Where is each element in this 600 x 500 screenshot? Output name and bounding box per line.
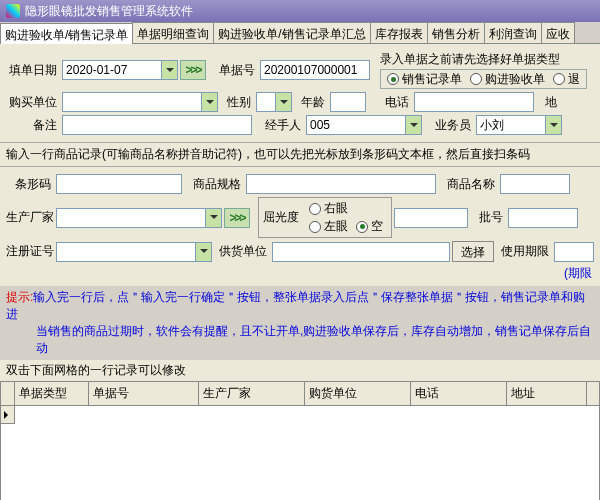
current-row-marker [1, 406, 15, 424]
chevron-down-icon[interactable] [276, 92, 292, 112]
barcode-input[interactable] [56, 174, 182, 194]
grid-header: 单据类型 单据号 生产厂家 购货单位 电话 地址 [1, 382, 599, 406]
diopter-input[interactable] [394, 208, 468, 228]
diopter-label: 屈光度 [263, 209, 299, 226]
radio-left-eye[interactable]: 左眼 [309, 218, 348, 235]
tab-summary[interactable]: 购进验收单/销售记录单汇总 [213, 22, 370, 43]
tab-receivable[interactable]: 应收 [541, 22, 575, 43]
maker-label: 生产厂家 [6, 209, 54, 226]
col-buyer[interactable]: 购货单位 [305, 382, 411, 405]
grid-edit-hint: 双击下面网格的一行记录可以修改 [0, 360, 600, 381]
tab-detail-query[interactable]: 单据明细查询 [132, 22, 214, 43]
col-addr[interactable]: 地址 [507, 382, 587, 405]
goods-form: 条形码 商品规格 商品名称 生产厂家 >>> 屈光度 右眼 左眼 空 批号 注册… [0, 167, 600, 286]
goods-name-input[interactable] [500, 174, 570, 194]
app-icon [6, 4, 20, 18]
spec-input[interactable] [246, 174, 436, 194]
window-title: 隐形眼镜批发销售管理系统软件 [25, 3, 193, 20]
handler-input[interactable] [306, 115, 422, 135]
phone-input[interactable] [414, 92, 534, 112]
addr-label: 地 [536, 94, 560, 111]
buyer-label: 购买单位 [6, 94, 60, 111]
chevron-down-icon[interactable] [162, 60, 178, 80]
grid-body[interactable] [1, 406, 599, 500]
next-date-button[interactable]: >>> [180, 60, 206, 80]
doc-no-label: 单据号 [208, 62, 258, 79]
fill-date-input[interactable] [62, 60, 178, 80]
chevron-down-icon[interactable] [206, 208, 222, 228]
select-supplier-button[interactable]: 选择 [452, 241, 494, 262]
type-hint: 录入单据之前请先选择好单据类型 [380, 51, 587, 68]
expiry-input[interactable] [554, 242, 594, 262]
col-doc-type[interactable]: 单据类型 [15, 382, 89, 405]
expiry-note: (期限 [6, 265, 594, 282]
doc-no-input[interactable] [260, 60, 370, 80]
maker-pick-button[interactable]: >>> [224, 208, 250, 228]
col-phone[interactable]: 电话 [411, 382, 507, 405]
tab-stock-report[interactable]: 库存报表 [370, 22, 428, 43]
main-tabs: 购进验收单/销售记录单 单据明细查询 购进验收单/销售记录单汇总 库存报表 销售… [0, 22, 600, 44]
reg-label: 注册证号 [6, 243, 54, 260]
window-titlebar: 隐形眼镜批发销售管理系统软件 [0, 0, 600, 22]
hints: 提示:输入完一行后，点＂输入完一行确定＂按钮，整张单据录入后点＂保存整张单据＂按… [0, 286, 600, 360]
radio-return[interactable]: 退 [553, 71, 580, 88]
radio-right-eye[interactable]: 右眼 [309, 200, 348, 217]
radio-none[interactable]: 空 [356, 218, 383, 235]
sales-input[interactable] [476, 115, 562, 135]
gender-input[interactable] [256, 92, 292, 112]
tab-sales-analysis[interactable]: 销售分析 [427, 22, 485, 43]
diopter-group: 屈光度 右眼 左眼 空 [258, 197, 392, 238]
reg-input[interactable] [56, 242, 212, 262]
chevron-down-icon[interactable] [546, 115, 562, 135]
col-doc-no[interactable]: 单据号 [89, 382, 199, 405]
records-grid[interactable]: 单据类型 单据号 生产厂家 购货单位 电话 地址 [0, 381, 600, 500]
barcode-label: 条形码 [6, 176, 54, 193]
spec-label: 商品规格 [184, 176, 244, 193]
batch-label: 批号 [470, 209, 506, 226]
chevron-down-icon[interactable] [406, 115, 422, 135]
batch-input[interactable] [508, 208, 578, 228]
supplier-input[interactable] [272, 242, 450, 262]
radio-purchase[interactable]: 购进验收单 [470, 71, 545, 88]
sales-label: 业务员 [424, 117, 474, 134]
handler-label: 经手人 [254, 117, 304, 134]
radio-sale[interactable]: 销售记录单 [387, 71, 462, 88]
maker-input[interactable] [56, 208, 222, 228]
chevron-down-icon[interactable] [202, 92, 218, 112]
buyer-input[interactable] [62, 92, 218, 112]
goods-name-label: 商品名称 [438, 176, 498, 193]
gender-label: 性别 [220, 94, 254, 111]
fill-date-label: 填单日期 [6, 62, 60, 79]
age-input[interactable] [330, 92, 366, 112]
supplier-label: 供货单位 [214, 243, 270, 260]
goods-entry-hint: 输入一行商品记录(可输商品名称拼音助记符)，也可以先把光标放到条形码文本框，然后… [0, 142, 600, 167]
tab-profit[interactable]: 利润查询 [484, 22, 542, 43]
form-header: 填单日期 >>> 单据号 录入单据之前请先选择好单据类型 销售记录单 购进验收单… [0, 44, 600, 142]
tab-receipt[interactable]: 购进验收单/销售记录单 [0, 23, 133, 44]
remark-label: 备注 [6, 117, 60, 134]
chevron-down-icon[interactable] [196, 242, 212, 262]
age-label: 年龄 [294, 94, 328, 111]
col-maker[interactable]: 生产厂家 [199, 382, 305, 405]
remark-input[interactable] [62, 115, 252, 135]
phone-label: 电话 [368, 94, 412, 111]
expiry-label: 使用期限 [496, 243, 552, 260]
